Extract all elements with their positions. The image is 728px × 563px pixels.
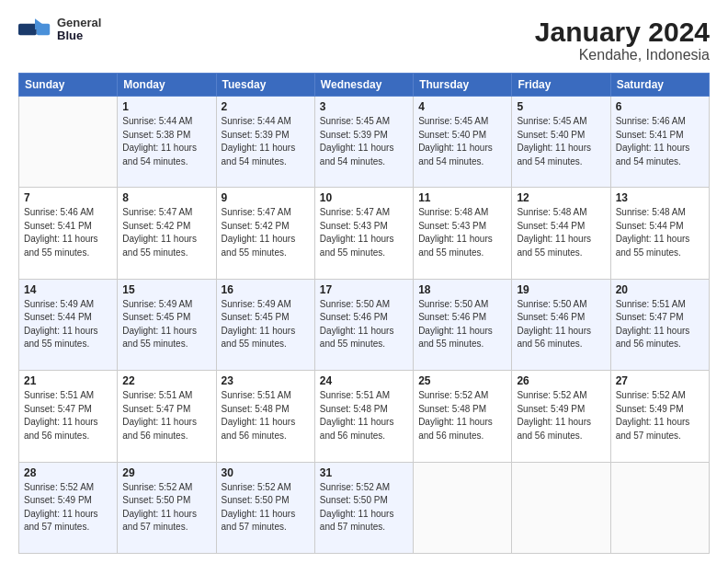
calendar-body: 1Sunrise: 5:44 AM Sunset: 5:38 PM Daylig… xyxy=(19,97,710,554)
day-info: Sunrise: 5:50 AM Sunset: 5:46 PM Dayligh… xyxy=(320,298,408,351)
day-number: 29 xyxy=(122,466,210,479)
calendar-cell: 23Sunrise: 5:51 AM Sunset: 5:48 PM Dayli… xyxy=(216,371,314,462)
day-number: 24 xyxy=(320,374,408,387)
calendar-subtitle: Kendahe, Indonesia xyxy=(535,47,710,63)
calendar-week-row: 21Sunrise: 5:51 AM Sunset: 5:47 PM Dayli… xyxy=(19,371,710,462)
svg-rect-0 xyxy=(18,24,37,36)
day-info: Sunrise: 5:49 AM Sunset: 5:44 PM Dayligh… xyxy=(24,298,112,351)
day-number: 26 xyxy=(517,374,605,387)
day-number: 18 xyxy=(418,283,506,296)
svg-rect-2 xyxy=(37,24,50,36)
day-number: 2 xyxy=(222,100,310,113)
day-info: Sunrise: 5:52 AM Sunset: 5:49 PM Dayligh… xyxy=(517,389,605,442)
day-number: 5 xyxy=(517,100,605,113)
calendar-cell xyxy=(512,462,610,553)
calendar-table: SundayMondayTuesdayWednesdayThursdayFrid… xyxy=(18,73,710,554)
day-number: 21 xyxy=(24,374,112,387)
weekday-header: Friday xyxy=(512,74,610,97)
calendar-week-row: 1Sunrise: 5:44 AM Sunset: 5:38 PM Daylig… xyxy=(19,97,710,188)
calendar-cell: 13Sunrise: 5:48 AM Sunset: 5:44 PM Dayli… xyxy=(610,188,709,279)
day-number: 19 xyxy=(517,283,605,296)
calendar-cell: 11Sunrise: 5:48 AM Sunset: 5:43 PM Dayli… xyxy=(414,188,512,279)
calendar-cell xyxy=(19,97,118,188)
calendar-cell: 7Sunrise: 5:46 AM Sunset: 5:41 PM Daylig… xyxy=(19,188,118,279)
logo-text: General Blue xyxy=(57,17,101,43)
calendar-cell: 1Sunrise: 5:44 AM Sunset: 5:38 PM Daylig… xyxy=(118,97,216,188)
calendar-cell: 6Sunrise: 5:46 AM Sunset: 5:41 PM Daylig… xyxy=(610,97,709,188)
day-number: 22 xyxy=(122,374,210,387)
day-info: Sunrise: 5:45 AM Sunset: 5:40 PM Dayligh… xyxy=(418,115,506,168)
calendar-cell: 17Sunrise: 5:50 AM Sunset: 5:46 PM Dayli… xyxy=(314,279,413,370)
calendar-cell: 25Sunrise: 5:52 AM Sunset: 5:48 PM Dayli… xyxy=(414,371,512,462)
calendar-cell: 5Sunrise: 5:45 AM Sunset: 5:40 PM Daylig… xyxy=(512,97,610,188)
day-info: Sunrise: 5:44 AM Sunset: 5:38 PM Dayligh… xyxy=(122,115,210,168)
weekday-header: Tuesday xyxy=(216,74,314,97)
weekday-header: Sunday xyxy=(19,74,118,97)
calendar-cell xyxy=(610,462,709,553)
day-info: Sunrise: 5:47 AM Sunset: 5:42 PM Dayligh… xyxy=(122,206,210,259)
calendar-cell: 18Sunrise: 5:50 AM Sunset: 5:46 PM Dayli… xyxy=(414,279,512,370)
day-info: Sunrise: 5:44 AM Sunset: 5:39 PM Dayligh… xyxy=(222,115,310,168)
day-info: Sunrise: 5:48 AM Sunset: 5:44 PM Dayligh… xyxy=(616,206,704,259)
day-number: 27 xyxy=(616,374,704,387)
day-number: 16 xyxy=(222,283,310,296)
weekday-header: Thursday xyxy=(414,74,512,97)
day-info: Sunrise: 5:51 AM Sunset: 5:47 PM Dayligh… xyxy=(122,389,210,442)
calendar-week-row: 14Sunrise: 5:49 AM Sunset: 5:44 PM Dayli… xyxy=(19,279,710,370)
calendar-cell: 29Sunrise: 5:52 AM Sunset: 5:50 PM Dayli… xyxy=(118,462,216,553)
day-number: 9 xyxy=(222,191,310,204)
day-info: Sunrise: 5:49 AM Sunset: 5:45 PM Dayligh… xyxy=(222,298,310,351)
day-info: Sunrise: 5:51 AM Sunset: 5:47 PM Dayligh… xyxy=(616,298,704,351)
day-info: Sunrise: 5:51 AM Sunset: 5:47 PM Dayligh… xyxy=(24,389,112,442)
day-number: 13 xyxy=(616,191,704,204)
day-number: 31 xyxy=(320,466,408,479)
day-info: Sunrise: 5:45 AM Sunset: 5:39 PM Dayligh… xyxy=(320,115,408,168)
calendar-cell: 26Sunrise: 5:52 AM Sunset: 5:49 PM Dayli… xyxy=(512,371,610,462)
calendar-week-row: 7Sunrise: 5:46 AM Sunset: 5:41 PM Daylig… xyxy=(19,188,710,279)
day-info: Sunrise: 5:52 AM Sunset: 5:50 PM Dayligh… xyxy=(320,481,408,534)
calendar-week-row: 28Sunrise: 5:52 AM Sunset: 5:49 PM Dayli… xyxy=(19,462,710,553)
day-number: 30 xyxy=(222,466,310,479)
logo-line2: Blue xyxy=(57,29,101,42)
calendar-cell: 15Sunrise: 5:49 AM Sunset: 5:45 PM Dayli… xyxy=(118,279,216,370)
day-info: Sunrise: 5:45 AM Sunset: 5:40 PM Dayligh… xyxy=(517,115,605,168)
calendar-cell: 30Sunrise: 5:52 AM Sunset: 5:50 PM Dayli… xyxy=(216,462,314,553)
day-number: 20 xyxy=(616,283,704,296)
calendar-title: January 2024 xyxy=(535,17,710,47)
day-info: Sunrise: 5:52 AM Sunset: 5:48 PM Dayligh… xyxy=(418,389,506,442)
day-number: 14 xyxy=(24,283,112,296)
calendar-cell: 14Sunrise: 5:49 AM Sunset: 5:44 PM Dayli… xyxy=(19,279,118,370)
calendar-cell: 21Sunrise: 5:51 AM Sunset: 5:47 PM Dayli… xyxy=(19,371,118,462)
calendar-cell: 8Sunrise: 5:47 AM Sunset: 5:42 PM Daylig… xyxy=(118,188,216,279)
day-info: Sunrise: 5:49 AM Sunset: 5:45 PM Dayligh… xyxy=(122,298,210,351)
weekday-header: Wednesday xyxy=(314,74,413,97)
weekday-row: SundayMondayTuesdayWednesdayThursdayFrid… xyxy=(19,74,710,97)
calendar-header: SundayMondayTuesdayWednesdayThursdayFrid… xyxy=(19,74,710,97)
calendar-cell: 19Sunrise: 5:50 AM Sunset: 5:46 PM Dayli… xyxy=(512,279,610,370)
calendar-cell: 12Sunrise: 5:48 AM Sunset: 5:44 PM Dayli… xyxy=(512,188,610,279)
day-number: 25 xyxy=(418,374,506,387)
day-info: Sunrise: 5:51 AM Sunset: 5:48 PM Dayligh… xyxy=(222,389,310,442)
day-number: 28 xyxy=(24,466,112,479)
day-number: 17 xyxy=(320,283,408,296)
calendar-cell xyxy=(414,462,512,553)
day-number: 3 xyxy=(320,100,408,113)
day-number: 4 xyxy=(418,100,506,113)
day-number: 10 xyxy=(320,191,408,204)
calendar-cell: 2Sunrise: 5:44 AM Sunset: 5:39 PM Daylig… xyxy=(216,97,314,188)
calendar-cell: 24Sunrise: 5:51 AM Sunset: 5:48 PM Dayli… xyxy=(314,371,413,462)
day-number: 23 xyxy=(222,374,310,387)
day-number: 8 xyxy=(122,191,210,204)
day-info: Sunrise: 5:51 AM Sunset: 5:48 PM Dayligh… xyxy=(320,389,408,442)
day-info: Sunrise: 5:52 AM Sunset: 5:50 PM Dayligh… xyxy=(122,481,210,534)
calendar-cell: 22Sunrise: 5:51 AM Sunset: 5:47 PM Dayli… xyxy=(118,371,216,462)
day-info: Sunrise: 5:46 AM Sunset: 5:41 PM Dayligh… xyxy=(24,206,112,259)
day-number: 15 xyxy=(122,283,210,296)
day-number: 12 xyxy=(517,191,605,204)
calendar-cell: 27Sunrise: 5:52 AM Sunset: 5:49 PM Dayli… xyxy=(610,371,709,462)
calendar-cell: 31Sunrise: 5:52 AM Sunset: 5:50 PM Dayli… xyxy=(314,462,413,553)
day-info: Sunrise: 5:46 AM Sunset: 5:41 PM Dayligh… xyxy=(616,115,704,168)
day-info: Sunrise: 5:52 AM Sunset: 5:49 PM Dayligh… xyxy=(616,389,704,442)
page: General Blue January 2024 Kendahe, Indon… xyxy=(0,0,728,563)
day-number: 11 xyxy=(418,191,506,204)
